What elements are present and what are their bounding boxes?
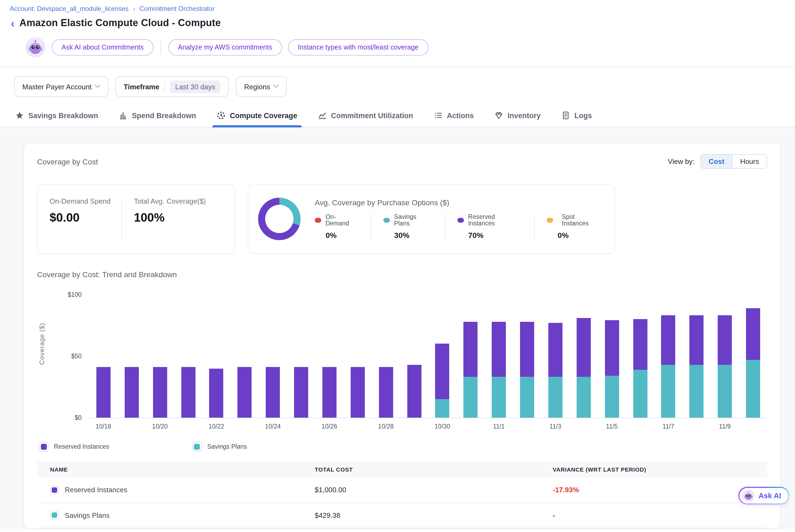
x-tick-label: 10/26 [315,423,344,430]
x-tick-label: 10/22 [202,423,231,430]
bar-11/1[interactable] [492,322,506,418]
timeframe-value: Last 30 days [170,80,221,93]
bar-10/22[interactable] [209,368,224,418]
bar-10/20[interactable] [153,367,167,418]
bar-11/6[interactable] [633,319,647,418]
y-axis-label: Coverage ($) [38,323,46,365]
bar-11/4[interactable] [576,318,591,418]
purchase-options-legend: On-Demand 0% Savings Plans 30% Reserved … [315,213,602,240]
savings-plans-dot-icon [383,217,390,223]
breadcrumb-section-link[interactable]: Commitment Orchestrator [139,5,214,13]
x-tick-label [683,423,711,430]
view-by-hours-option[interactable]: Hours [732,155,767,168]
kpi-card: On-Demand Spend $0.00 Total Avg. Coverag… [37,184,235,254]
x-tick-label [513,423,541,430]
bar-10/30[interactable] [435,344,450,418]
regions-dropdown-label: Regions [244,82,270,91]
y-tick-50: $50 [71,353,82,359]
x-tick-label [739,423,767,430]
page-title: Amazon Elastic Compute Cloud - Compute [19,17,221,29]
tab-actions[interactable]: Actions [433,105,475,127]
savings-plans-swatch-icon [192,442,202,451]
package-icon [494,111,503,120]
document-icon [562,111,570,120]
table-row[interactable]: Savings Plans $429.38 - [37,503,767,528]
legend-reserved-instances[interactable]: Reserved Instances [39,442,109,451]
view-by-label: View by: [668,157,695,166]
purchase-options-title: Avg. Coverage by Purchase Options ($) [315,198,602,207]
col-name: NAME [50,466,315,473]
timeframe-filter[interactable]: Timeframe Last 30 days [115,76,229,97]
bar-11/10[interactable] [746,308,760,418]
y-tick-0: $0 [75,414,82,421]
bar-10/25[interactable] [294,367,308,418]
view-by-cost-option[interactable]: Cost [701,155,732,168]
bar-11/7[interactable] [661,316,676,418]
x-tick-label: 11/9 [711,423,739,430]
filter-bar: Master Payer Account Timeframe Last 30 d… [0,67,795,105]
page-header: Account: Devspace_all_module_licenses › … [0,0,795,67]
on-demand-spend-label: On-Demand Spend [50,197,111,205]
bar-10/19[interactable] [125,367,139,418]
tab-commitment-utilization[interactable]: Commitment Utilization [317,105,414,127]
ask-ai-label: Ask AI [758,491,781,500]
instance-types-coverage-button[interactable]: Instance types with most/least coverage [288,39,428,56]
breadcrumb-account-link[interactable]: Account: Devspace_all_module_licenses [10,5,129,13]
content-area: Coverage by Cost View by: Cost Hours On-… [0,128,795,529]
bar-10/23[interactable] [238,367,252,418]
breadcrumb: Account: Devspace_all_module_licenses › … [10,5,781,13]
account-dropdown[interactable]: Master Payer Account [14,76,108,97]
ask-ai-floating-button[interactable]: Ask AI [739,487,789,504]
coverage-panel: Coverage by Cost View by: Cost Hours On-… [23,142,781,529]
legend-item-on-demand: On-Demand 0% [315,213,371,240]
bar-10/29[interactable] [407,365,421,418]
bar-10/28[interactable] [379,367,393,418]
account-dropdown-label: Master Payer Account [22,82,92,91]
bar-10/18[interactable] [96,367,111,418]
bar-10/31[interactable] [463,322,478,418]
bar-10/26[interactable] [322,367,337,418]
bar-11/8[interactable] [689,316,704,418]
breakdown-table: NAME TOTAL COST VARIANCE (WRT LAST PERIO… [37,461,767,528]
bar-10/21[interactable] [181,367,195,418]
x-tick-label: 11/1 [485,423,513,430]
legend-savings-plans[interactable]: Savings Plans [192,442,247,451]
bar-11/5[interactable] [605,320,619,418]
ask-ai-commitments-button[interactable]: Ask AI about Commitments [52,39,154,56]
tab-savings-breakdown[interactable]: Savings Breakdown [14,105,99,127]
tab-inventory[interactable]: Inventory [493,105,542,127]
col-variance: VARIANCE (WRT LAST PERIOD) [553,466,767,473]
bar-chart-icon [119,111,128,120]
chart-legend: Reserved Instances Savings Plans [37,442,767,451]
x-tick-label [344,423,372,430]
bar-11/3[interactable] [548,323,563,418]
regions-dropdown[interactable]: Regions [236,76,287,97]
x-tick-label [457,423,485,430]
bar-11/2[interactable] [520,322,534,418]
reserved-instances-swatch-icon [39,442,49,451]
bar-10/27[interactable] [351,367,365,418]
x-tick-label: 10/28 [372,423,400,430]
bar-10/24[interactable] [266,367,280,418]
x-tick-label [570,423,598,430]
tab-bar: Savings Breakdown Spend Breakdown Comput… [0,105,795,128]
x-tick-label: 11/3 [541,423,570,430]
reserved-instances-dot-icon [457,217,463,223]
tab-spend-breakdown[interactable]: Spend Breakdown [118,105,197,127]
x-tick-label: 10/30 [428,423,457,430]
table-row[interactable]: Reserved Instances $1,000.00 -17.93% [37,478,767,503]
back-chevron-icon[interactable]: ‹ [11,18,15,28]
total-avg-coverage-label: Total Avg. Coverage($) [134,197,206,205]
stacked-bars[interactable] [89,295,767,418]
x-tick-label [174,423,202,430]
tab-logs[interactable]: Logs [560,105,593,127]
tab-compute-coverage[interactable]: Compute Coverage [215,105,298,127]
timeframe-divider [164,81,165,92]
panel-title: Coverage by Cost [37,157,98,166]
y-tick-100: $100 [68,291,82,298]
analyze-aws-commitments-button[interactable]: Analyze my AWS commitments [168,39,282,56]
ai-robot-avatar [25,37,46,58]
ai-bar-divider [160,40,161,54]
bar-11/9[interactable] [718,316,732,418]
list-icon [434,111,442,120]
